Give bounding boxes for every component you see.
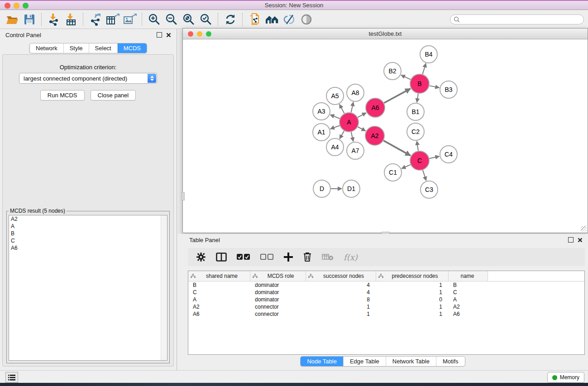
- network-close-button[interactable]: [188, 31, 193, 37]
- first-neighbors-icon[interactable]: [263, 12, 281, 27]
- result-item[interactable]: B: [9, 230, 167, 237]
- table-row[interactable]: A6connector11A6: [188, 310, 584, 318]
- node-B2[interactable]: B2: [384, 62, 401, 80]
- tab-select[interactable]: Select: [89, 43, 117, 53]
- save-session-icon[interactable]: [21, 12, 38, 27]
- run-mcds-button[interactable]: Run MCDS: [40, 90, 85, 100]
- float-panel-icon[interactable]: [157, 32, 162, 38]
- table-row[interactable]: Adominator80A: [188, 296, 584, 303]
- edge-A-A5[interactable]: [339, 105, 344, 114]
- column-header-mcds-role[interactable]: MCDS role: [250, 271, 306, 281]
- edge-A-A8[interactable]: [351, 102, 354, 113]
- table-settings-gear-icon[interactable]: [196, 252, 206, 262]
- minimize-window-button[interactable]: [14, 3, 19, 9]
- column-header-predecessor-nodes[interactable]: predecessor nodes: [376, 271, 449, 281]
- vertical-splitter-handle[interactable]: [181, 192, 185, 200]
- node-C1[interactable]: C1: [384, 164, 402, 181]
- edge-B-B3[interactable]: [430, 86, 440, 87]
- node-A4[interactable]: A4: [326, 138, 344, 156]
- result-item[interactable]: C: [9, 237, 167, 244]
- hide-labels-icon[interactable]: [281, 12, 298, 27]
- edge-A-A1[interactable]: [330, 125, 340, 129]
- show-panels-list-button[interactable]: [5, 372, 18, 383]
- deselect-all-columns-icon[interactable]: [260, 254, 274, 260]
- column-header-successor-nodes[interactable]: successor nodes: [306, 271, 376, 281]
- edge-C-C2[interactable]: [417, 141, 418, 151]
- network-maximize-button[interactable]: [206, 31, 211, 37]
- create-column-icon[interactable]: [284, 253, 293, 262]
- node-D1[interactable]: D1: [343, 180, 360, 197]
- node-C[interactable]: C: [410, 151, 429, 170]
- delete-column-icon[interactable]: [303, 252, 312, 262]
- network-minimize-button[interactable]: [197, 31, 202, 37]
- result-scrollbar[interactable]: [161, 215, 167, 360]
- tab-mcds[interactable]: MCDS: [117, 43, 147, 53]
- import-table-icon[interactable]: [62, 12, 80, 27]
- node-C2[interactable]: C2: [407, 123, 424, 140]
- node-C3[interactable]: C3: [421, 181, 438, 198]
- export-image-icon[interactable]: [121, 12, 139, 27]
- node-B3[interactable]: B3: [440, 81, 457, 98]
- edge-C-C3[interactable]: [423, 170, 426, 181]
- tab-network-table[interactable]: Network Table: [386, 357, 436, 366]
- edge-C-C4[interactable]: [429, 156, 439, 158]
- clone-network-icon[interactable]: [246, 12, 263, 27]
- zoom-out-icon[interactable]: [163, 12, 180, 27]
- table-row[interactable]: A2connector11A2: [188, 303, 584, 310]
- result-item[interactable]: A6: [9, 244, 167, 252]
- memory-button[interactable]: Memory: [547, 372, 584, 383]
- close-window-button[interactable]: [5, 3, 10, 9]
- table-row[interactable]: Cdominator41C: [188, 289, 584, 296]
- node-B4[interactable]: B4: [420, 46, 437, 63]
- tab-node-table[interactable]: Node Table: [301, 357, 343, 366]
- column-header-shared-name[interactable]: shared name: [188, 271, 250, 281]
- search-box[interactable]: [450, 14, 584, 24]
- node-A6[interactable]: A6: [366, 98, 385, 117]
- node-A[interactable]: A: [339, 113, 359, 132]
- node-C4[interactable]: C4: [440, 146, 457, 163]
- node-A2[interactable]: A2: [365, 126, 384, 145]
- tab-motifs[interactable]: Motifs: [436, 357, 465, 366]
- column-header-name[interactable]: name: [449, 271, 488, 281]
- select-all-columns-icon[interactable]: [237, 254, 250, 260]
- network-graph[interactable]: B4B2BB3A5A8A6B1A3AC2A1A2A4A7C4CC1C3DD1: [183, 39, 588, 233]
- tab-edge-table[interactable]: Edge Table: [343, 357, 386, 366]
- optimization-criterion-dropdown[interactable]: largest connected component (directed): [19, 73, 157, 84]
- zoom-fit-icon[interactable]: [180, 12, 197, 27]
- edge-B-B1[interactable]: [417, 94, 418, 102]
- node-B1[interactable]: B1: [407, 103, 424, 120]
- tab-network[interactable]: Network: [30, 43, 63, 53]
- node-table[interactable]: shared nameMCDS rolesuccessor nodesprede…: [188, 271, 585, 355]
- search-input[interactable]: [462, 16, 580, 23]
- edge-C-C1[interactable]: [402, 165, 411, 169]
- node-A5[interactable]: A5: [326, 87, 344, 105]
- edge-B-B4[interactable]: [422, 63, 425, 74]
- close-panel-button[interactable]: Close panel: [91, 90, 136, 100]
- show-column-panel-icon[interactable]: [216, 253, 227, 262]
- open-file-icon[interactable]: [4, 12, 21, 27]
- edge-A-A7[interactable]: [351, 132, 354, 141]
- node-A3[interactable]: A3: [313, 103, 330, 120]
- birds-eye-view-icon[interactable]: [298, 12, 315, 27]
- refresh-icon[interactable]: [222, 12, 239, 27]
- result-item[interactable]: A2: [9, 215, 167, 223]
- close-panel-icon[interactable]: [166, 33, 171, 38]
- node-A7[interactable]: A7: [347, 142, 364, 159]
- export-table-icon[interactable]: [104, 12, 121, 27]
- edge-A2-C[interactable]: [383, 141, 411, 156]
- close-table-panel-icon[interactable]: [578, 238, 583, 243]
- node-D[interactable]: D: [313, 180, 330, 197]
- maximize-window-button[interactable]: [23, 3, 29, 9]
- table-row[interactable]: Bdominator41B: [188, 281, 584, 289]
- node-A8[interactable]: A8: [347, 84, 364, 101]
- edge-A-A6[interactable]: [358, 113, 366, 117]
- edge-A-A4[interactable]: [339, 131, 344, 139]
- result-item[interactable]: A: [9, 223, 167, 230]
- edge-A-A2[interactable]: [358, 127, 365, 131]
- window-resize-grip[interactable]: [581, 226, 587, 232]
- export-network-icon[interactable]: [87, 12, 104, 27]
- edge-A6-B[interactable]: [384, 89, 410, 103]
- node-B[interactable]: B: [410, 74, 429, 93]
- tab-style[interactable]: Style: [63, 43, 89, 53]
- edge-B-B2[interactable]: [401, 75, 411, 80]
